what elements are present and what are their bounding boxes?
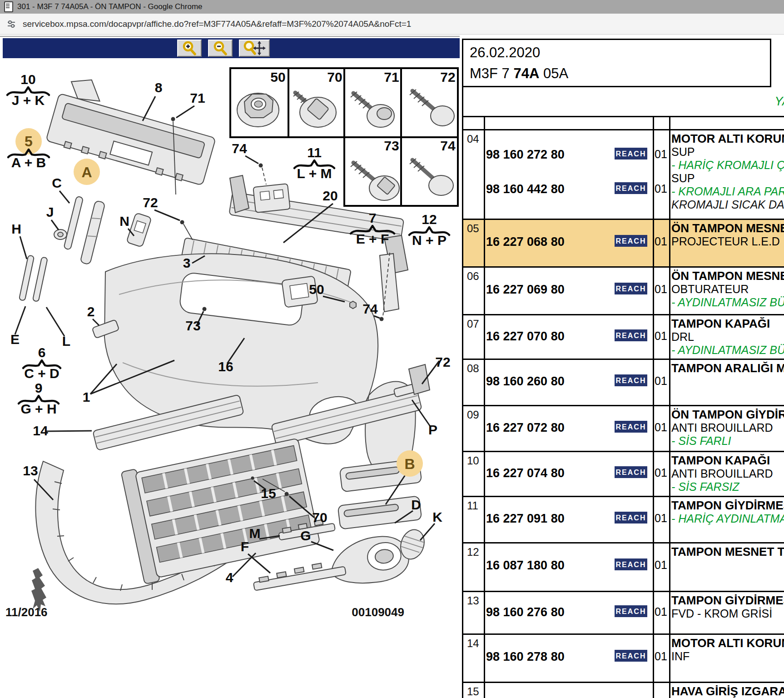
reach-badge[interactable]: REACH bbox=[615, 374, 647, 386]
diagram-callout-1[interactable]: 1 bbox=[83, 389, 90, 404]
reach-badge[interactable]: REACH bbox=[615, 329, 647, 341]
diagram-callout-73[interactable]: 73 bbox=[185, 318, 200, 333]
group-number-11[interactable]: 11 bbox=[307, 145, 322, 160]
reach-badge[interactable]: REACH bbox=[615, 558, 647, 570]
table-row[interactable]: 1116 227 091 80REACH01TAMPON GİYDİRMESİ-… bbox=[463, 496, 784, 542]
quantity: 01 bbox=[654, 558, 668, 572]
part-number[interactable]: 16 227 074 80 bbox=[486, 466, 565, 480]
table-row[interactable]: 15HAVA GİRİŞ IZGARASI bbox=[463, 682, 784, 698]
diagram-callout-J[interactable]: J bbox=[46, 204, 54, 219]
diagram-callout-72[interactable]: 72 bbox=[143, 195, 158, 210]
diagram-callout-M[interactable]: M bbox=[249, 526, 261, 541]
part-number[interactable]: 16 227 072 80 bbox=[486, 421, 565, 435]
window-title: 301 - M3F 7 74A05A - ÖN TAMPON - Google … bbox=[17, 2, 203, 11]
part-number[interactable]: 16 227 068 80 bbox=[486, 235, 565, 249]
diagram-callout-3[interactable]: 3 bbox=[183, 255, 191, 270]
diagram-callout-K[interactable]: K bbox=[432, 509, 442, 524]
divider bbox=[669, 683, 670, 698]
site-settings-icon[interactable] bbox=[6, 19, 17, 30]
diagram-callout-16[interactable]: 16 bbox=[218, 359, 233, 374]
pan-button[interactable] bbox=[239, 40, 270, 57]
divider bbox=[484, 315, 485, 359]
table-row[interactable]: 0898 160 260 80REACH01TAMPON ARALIĞI MES bbox=[463, 359, 784, 405]
description-line: ÖN TAMPON MESNEDİ bbox=[671, 222, 784, 235]
table-row[interactable]: 1216 087 180 80REACH01TAMPON MESNET TAK bbox=[463, 542, 784, 591]
part-number[interactable]: 16 227 070 80 bbox=[486, 329, 565, 344]
group-number-12[interactable]: 12 bbox=[422, 212, 437, 227]
hardware-cell-label-73: 73 bbox=[384, 138, 399, 153]
diagram-callout-N[interactable]: N bbox=[119, 214, 129, 229]
group-number-5[interactable]: 5 bbox=[25, 133, 33, 150]
part-number[interactable]: 98 160 276 80 bbox=[486, 605, 565, 619]
part-number[interactable]: 98 160 272 80 bbox=[486, 148, 565, 162]
diagram-callout-H[interactable]: H bbox=[11, 221, 21, 236]
reach-badge[interactable]: REACH bbox=[615, 148, 647, 160]
diagram-callout-15[interactable]: 15 bbox=[261, 486, 276, 501]
diagram-callout-D[interactable]: D bbox=[411, 497, 421, 512]
group-number-10[interactable]: 10 bbox=[20, 72, 35, 87]
diagram-callout-G[interactable]: G bbox=[300, 528, 311, 543]
description-line: TAMPON GİYDİRMESİ bbox=[671, 499, 784, 512]
diagram-callout-72[interactable]: 72 bbox=[435, 354, 450, 369]
reach-badge[interactable]: REACH bbox=[615, 182, 647, 194]
reach-badge[interactable]: REACH bbox=[615, 650, 647, 662]
diagram-callout-14[interactable]: 14 bbox=[33, 423, 48, 438]
zoom-out-button[interactable] bbox=[208, 40, 233, 57]
diagram-callout-L[interactable]: L bbox=[62, 334, 70, 349]
reach-badge[interactable]: REACH bbox=[615, 235, 647, 247]
description-line: - HARİÇ AYDINLATMAS bbox=[671, 512, 784, 525]
diagram-callout-50[interactable]: 50 bbox=[309, 282, 324, 297]
main-grille-4 bbox=[121, 434, 321, 584]
diagram-callout-2[interactable]: 2 bbox=[87, 304, 95, 319]
group-number-6[interactable]: 6 bbox=[38, 345, 46, 360]
description-line: ÖN TAMPON MESNEDİ bbox=[671, 269, 784, 283]
table-row[interactable]: 1498 160 278 80REACH01MOTOR ALTI KORUMAI… bbox=[463, 633, 784, 682]
table-row[interactable]: 0916 227 072 80REACH01ÖN TAMPON GİYDİRME… bbox=[463, 405, 784, 451]
group-number-7[interactable]: 7 bbox=[369, 210, 377, 225]
diagram-callout-70[interactable]: 70 bbox=[312, 510, 327, 525]
diagram-callout-13[interactable]: 13 bbox=[23, 463, 38, 478]
row-number: 13 bbox=[467, 594, 479, 607]
divider bbox=[669, 360, 670, 405]
reach-badge[interactable]: REACH bbox=[615, 605, 647, 617]
group-number-9[interactable]: 9 bbox=[35, 380, 43, 395]
diagram-callout-71[interactable]: 71 bbox=[190, 90, 205, 105]
reach-badge[interactable]: REACH bbox=[615, 421, 647, 433]
quantity: 01 bbox=[654, 148, 668, 161]
url-bar[interactable]: servicebox.mpsa.com/docapvpr/affiche.do?… bbox=[0, 14, 784, 35]
reach-badge[interactable]: REACH bbox=[615, 512, 647, 524]
table-row[interactable]: 0616 227 069 80REACH01ÖN TAMPON MESNEDİO… bbox=[463, 266, 784, 314]
divider bbox=[484, 406, 485, 451]
table-row[interactable]: 0498 160 272 80REACH0198 160 442 80REACH… bbox=[463, 129, 784, 219]
diagram-callout-8[interactable]: 8 bbox=[155, 80, 163, 95]
parts-table: 0498 160 272 80REACH0198 160 442 80REACH… bbox=[462, 129, 784, 698]
part-number[interactable]: 98 160 260 80 bbox=[486, 374, 565, 389]
diagram-callout-74[interactable]: 74 bbox=[362, 301, 378, 316]
table-row[interactable]: 0516 227 068 80REACH01ÖN TAMPON MESNEDİP… bbox=[463, 219, 784, 266]
group-letters-11: L + M bbox=[297, 166, 332, 181]
diagram-callout-4[interactable]: 4 bbox=[226, 570, 233, 585]
diagram-callout-C[interactable]: C bbox=[52, 175, 62, 190]
table-row[interactable]: 1016 227 074 80REACH01TAMPON KAPAĞIANTI … bbox=[463, 451, 784, 496]
reach-badge[interactable]: REACH bbox=[615, 466, 647, 478]
screw-73-icon bbox=[351, 161, 399, 200]
quantity: 01 bbox=[654, 466, 668, 479]
part-number[interactable]: 98 160 278 80 bbox=[486, 650, 565, 664]
part-number[interactable]: 16 087 180 80 bbox=[486, 558, 565, 573]
diagram-callout-74[interactable]: 74 bbox=[232, 141, 247, 156]
diagram-callout-F[interactable]: F bbox=[241, 539, 249, 554]
table-row[interactable]: 0716 227 070 80REACH01TAMPON KAPAĞIDRL- … bbox=[463, 314, 784, 359]
description-line: TAMPON GİYDİRMESİ bbox=[671, 594, 784, 607]
hardware-cell-label-50: 50 bbox=[270, 70, 285, 85]
part-number[interactable]: 16 227 069 80 bbox=[486, 283, 565, 297]
table-row[interactable]: 1398 160 276 80REACH01TAMPON GİYDİRMESİF… bbox=[463, 591, 784, 633]
part-number[interactable]: 16 227 091 80 bbox=[486, 512, 565, 526]
diagram-callout-E[interactable]: E bbox=[10, 332, 20, 347]
diagram-callout-20[interactable]: 20 bbox=[323, 188, 337, 203]
zoom-in-button[interactable] bbox=[177, 40, 202, 57]
url-text[interactable]: servicebox.mpsa.com/docapvpr/affiche.do?… bbox=[23, 19, 411, 29]
part-number[interactable]: 98 160 442 80 bbox=[486, 182, 565, 196]
description-line: ÖN TAMPON GİYDİRME bbox=[671, 408, 784, 421]
diagram-callout-P[interactable]: P bbox=[428, 422, 437, 437]
reach-badge[interactable]: REACH bbox=[615, 283, 647, 294]
